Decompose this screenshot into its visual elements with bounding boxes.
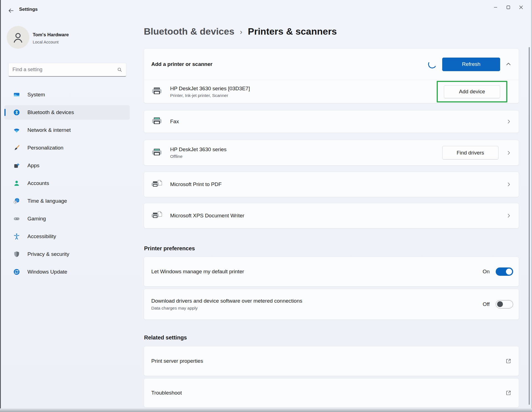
titlebar: Settings bbox=[1, 0, 531, 17]
device-name: Microsoft Print to PDF bbox=[170, 181, 222, 187]
sidebar-item-network-internet[interactable]: Network & internet bbox=[4, 123, 130, 137]
sidebar-item-accessibility[interactable]: Accessibility bbox=[4, 229, 130, 244]
search-icon bbox=[117, 67, 122, 72]
sidebar-item-label: Gaming bbox=[27, 216, 46, 222]
back-arrow-icon bbox=[8, 8, 14, 14]
related-settings-heading: Related settings bbox=[144, 334, 187, 341]
printer-icon bbox=[151, 87, 162, 96]
default-printer-toggle[interactable] bbox=[496, 267, 513, 276]
sidebar-item-label: Windows Update bbox=[27, 269, 67, 275]
sidebar-item-label: Time & language bbox=[27, 198, 67, 204]
sidebar-item-label: Network & internet bbox=[27, 127, 71, 133]
sidebar-item-time-language[interactable]: Time & language bbox=[4, 194, 130, 208]
scrollbar[interactable] bbox=[529, 47, 530, 405]
paintbrush-icon bbox=[13, 145, 20, 151]
sidebar-item-label: Privacy & security bbox=[27, 251, 69, 257]
loading-spinner bbox=[427, 59, 438, 69]
accessibility-icon bbox=[13, 233, 20, 240]
person-icon bbox=[13, 180, 20, 187]
sidebar-item-label: Apps bbox=[27, 163, 39, 169]
sidebar-item-label: System bbox=[27, 92, 45, 98]
minimize-button[interactable] bbox=[489, 2, 502, 12]
sidebar: System Bluetooth & devices Network & int… bbox=[4, 87, 130, 282]
search-box bbox=[8, 63, 126, 77]
external-link-icon bbox=[505, 358, 511, 364]
sidebar-item-gaming[interactable]: Gaming bbox=[4, 212, 130, 226]
chevron-right-icon bbox=[506, 119, 511, 124]
device-status: Offline bbox=[170, 154, 226, 159]
account-type: Local Account bbox=[33, 40, 58, 44]
device-description: Printer, Ink-jet printer, Scanner bbox=[170, 93, 250, 98]
highlight-box: Add device bbox=[437, 81, 507, 102]
toggle-knob bbox=[497, 301, 503, 307]
close-button[interactable] bbox=[515, 2, 527, 12]
printer-document-icon bbox=[151, 211, 162, 220]
link-label: Troubleshoot bbox=[151, 390, 505, 396]
settings-window: Settings Tom's Hardware Local Account Sy… bbox=[0, 0, 532, 412]
chevron-right-icon bbox=[506, 182, 511, 187]
refresh-button[interactable]: Refresh bbox=[442, 58, 500, 71]
account-name: Tom's Hardware bbox=[33, 32, 69, 38]
breadcrumb-chevron-icon: › bbox=[240, 28, 242, 36]
sidebar-item-label: Bluetooth & devices bbox=[27, 109, 74, 115]
external-link-icon bbox=[505, 390, 511, 396]
toggle-state-label: On bbox=[483, 269, 490, 275]
device-card-hp-deskjet-offline[interactable]: HP DeskJet 3630 series Offline Find driv… bbox=[144, 140, 519, 166]
device-name: HP DeskJet 3630 series [03D3E7] bbox=[170, 86, 250, 92]
window-bottom-edge bbox=[0, 408, 532, 412]
sidebar-item-system[interactable]: System bbox=[4, 87, 130, 102]
back-button[interactable] bbox=[6, 6, 16, 16]
device-card-fax[interactable]: Fax bbox=[144, 110, 519, 133]
sidebar-item-bluetooth-devices[interactable]: Bluetooth & devices bbox=[4, 105, 130, 120]
game-controller-icon bbox=[13, 215, 20, 222]
device-card-xps-writer[interactable]: Microsoft XPS Document Writer bbox=[144, 203, 519, 228]
add-device-button[interactable]: Add device bbox=[444, 85, 500, 98]
apps-icon bbox=[13, 162, 20, 169]
metered-downloads-toggle[interactable] bbox=[496, 300, 513, 308]
add-printer-label: Add a printer or scanner bbox=[151, 61, 428, 67]
sidebar-item-privacy-security[interactable]: Privacy & security bbox=[4, 247, 130, 261]
globe-clock-icon bbox=[13, 198, 20, 204]
link-label: Print server properties bbox=[151, 358, 505, 364]
troubleshoot-card[interactable]: Troubleshoot bbox=[144, 378, 519, 408]
device-card-print-to-pdf[interactable]: Microsoft Print to PDF bbox=[144, 172, 519, 197]
toggle-knob bbox=[506, 269, 512, 275]
sidebar-item-label: Accounts bbox=[27, 180, 49, 186]
setting-label: Download drivers and device software ove… bbox=[151, 298, 483, 304]
breadcrumb-parent[interactable]: Bluetooth & devices bbox=[144, 26, 234, 37]
chevron-up-icon[interactable] bbox=[505, 61, 511, 67]
sidebar-item-personalization[interactable]: Personalization bbox=[4, 141, 130, 155]
printer-icon bbox=[151, 117, 162, 126]
device-name: Microsoft XPS Document Writer bbox=[170, 213, 244, 219]
chevron-right-icon bbox=[506, 150, 511, 156]
system-icon bbox=[13, 91, 20, 98]
chevron-right-icon bbox=[506, 213, 511, 218]
shield-icon bbox=[13, 251, 20, 258]
sidebar-item-label: Personalization bbox=[27, 145, 63, 151]
default-printer-card: Let Windows manage my default printer On bbox=[144, 257, 519, 287]
add-printer-card: Add a printer or scanner Refresh HP Desk… bbox=[144, 48, 519, 103]
printer-preferences-heading: Printer preferences bbox=[144, 245, 195, 252]
sidebar-item-apps[interactable]: Apps bbox=[4, 158, 130, 173]
print-server-properties-card[interactable]: Print server properties bbox=[144, 346, 519, 376]
update-arrows-icon bbox=[13, 269, 20, 275]
avatar bbox=[7, 26, 29, 49]
bluetooth-icon bbox=[13, 109, 20, 116]
page-title: Printers & scanners bbox=[248, 26, 337, 37]
maximize-button[interactable] bbox=[502, 2, 515, 12]
add-printer-row: Add a printer or scanner Refresh bbox=[144, 49, 519, 80]
device-name: Fax bbox=[170, 119, 179, 125]
search-input[interactable] bbox=[12, 67, 117, 73]
printer-document-icon bbox=[151, 180, 162, 189]
window-left-edge bbox=[0, 0, 1, 412]
metered-downloads-card: Download drivers and device software ove… bbox=[144, 289, 519, 320]
device-row-hp-deskjet-03d3e7[interactable]: HP DeskJet 3630 series [03D3E7] Printer,… bbox=[144, 80, 519, 103]
wifi-icon bbox=[13, 127, 20, 133]
setting-label: Let Windows manage my default printer bbox=[151, 269, 483, 275]
sidebar-item-label: Accessibility bbox=[27, 233, 56, 240]
setting-sublabel: Data charges may apply bbox=[151, 306, 483, 311]
sidebar-item-accounts[interactable]: Accounts bbox=[4, 176, 130, 190]
printer-icon bbox=[151, 148, 162, 158]
sidebar-item-windows-update[interactable]: Windows Update bbox=[4, 265, 130, 279]
find-drivers-button[interactable]: Find drivers bbox=[442, 146, 498, 159]
